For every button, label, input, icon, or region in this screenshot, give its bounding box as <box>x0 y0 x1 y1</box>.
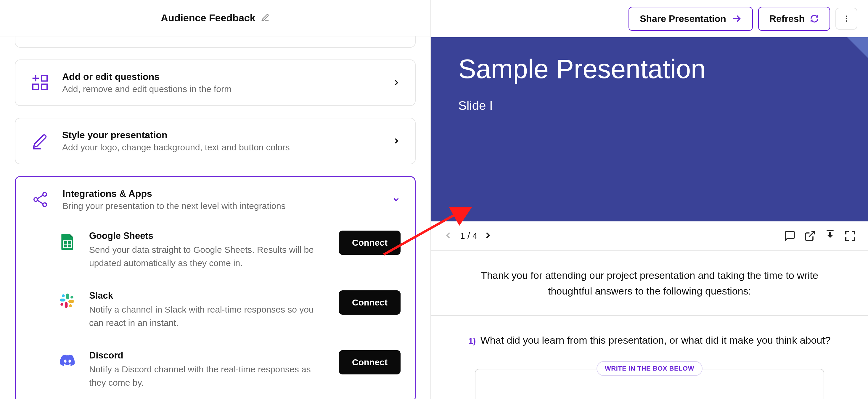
question-text: 1) What did you learn from this presenta… <box>467 332 833 348</box>
prev-slide-button[interactable] <box>443 230 455 242</box>
svg-point-21 <box>60 303 63 306</box>
slack-icon <box>58 292 78 312</box>
google-sheets-icon <box>58 232 78 252</box>
svg-line-10 <box>37 201 43 204</box>
svg-rect-15 <box>68 300 74 303</box>
more-menu-button[interactable] <box>835 8 857 30</box>
share-icon <box>30 191 51 208</box>
svg-rect-14 <box>66 294 69 299</box>
download-icon[interactable] <box>824 230 836 242</box>
card-subtitle: Add your logo, change background, text a… <box>62 142 380 152</box>
svg-line-25 <box>809 232 814 237</box>
svg-point-22 <box>846 16 847 17</box>
slide-subtitle: Slide I <box>458 98 841 113</box>
svg-rect-2 <box>41 84 47 90</box>
connect-google-sheets-button[interactable]: Connect <box>339 231 401 255</box>
integration-desc: Send your data straight to Google Sheets… <box>89 243 322 270</box>
grid-plus-icon <box>30 73 50 92</box>
folded-corner-icon <box>847 37 868 58</box>
integration-discord: Discord Notify a Discord channel with th… <box>30 342 401 399</box>
question-number: 1) <box>468 336 476 345</box>
left-header: Audience Feedback <box>0 0 430 36</box>
integrations-card: Integrations & Apps Bring your presentat… <box>15 176 416 399</box>
svg-rect-16 <box>65 302 68 308</box>
more-vertical-icon <box>842 14 850 23</box>
card-title: Integrations & Apps <box>62 188 380 199</box>
pencil-underline-icon <box>30 131 50 150</box>
slide-preview: Sample Presentation Slide I <box>431 37 868 221</box>
slide-controls-bar: 1 / 4 <box>431 221 868 251</box>
svg-point-6 <box>34 198 38 202</box>
integration-slack: Slack Notify a channel in Slack with rea… <box>30 282 401 342</box>
svg-point-7 <box>43 193 47 196</box>
integration-name: Slack <box>89 290 322 301</box>
svg-point-20 <box>69 304 72 307</box>
card-title: Add or edit questions <box>62 71 380 82</box>
integration-google-sheets: Google Sheets Send your data straight to… <box>30 222 401 282</box>
style-presentation-card[interactable]: Style your presentation Add your logo, c… <box>15 118 416 164</box>
card-subtitle: Add, remove and edit questions in the fo… <box>62 84 380 94</box>
svg-rect-0 <box>41 75 47 81</box>
integration-name: Discord <box>89 350 322 361</box>
refresh-label: Refresh <box>769 13 805 24</box>
pencil-icon[interactable] <box>261 13 270 22</box>
refresh-button[interactable]: Refresh <box>758 7 830 31</box>
integrations-card-header[interactable]: Integrations & Apps Bring your presentat… <box>30 188 401 211</box>
chevron-down-icon <box>392 195 401 204</box>
open-external-icon[interactable] <box>804 230 816 242</box>
page-title: Audience Feedback <box>161 12 255 24</box>
next-slide-button[interactable] <box>483 230 494 242</box>
chevron-right-icon <box>392 78 401 87</box>
add-edit-questions-card[interactable]: Add or edit questions Add, remove and ed… <box>15 60 416 106</box>
refresh-icon <box>810 14 819 23</box>
integration-desc: Notify a channel in Slack with real-time… <box>89 303 322 330</box>
svg-rect-1 <box>33 84 38 90</box>
integration-name: Google Sheets <box>89 231 322 241</box>
question-1: 1) What did you learn from this presenta… <box>431 316 868 399</box>
form-body: Thank you for attending our project pres… <box>431 251 868 399</box>
svg-rect-17 <box>60 299 65 302</box>
svg-point-23 <box>846 18 847 20</box>
write-hint-badge: WRITE IN THE BOX BELOW <box>596 361 703 376</box>
comment-icon[interactable] <box>784 230 796 242</box>
integration-desc: Notify a Discord channel with the real-t… <box>89 363 322 389</box>
connect-slack-button[interactable]: Connect <box>339 290 401 315</box>
svg-point-19 <box>70 296 73 299</box>
svg-point-8 <box>43 203 47 207</box>
svg-point-18 <box>62 294 65 297</box>
fullscreen-icon[interactable] <box>844 230 856 242</box>
svg-point-24 <box>846 21 847 22</box>
slide-title: Sample Presentation <box>458 54 841 84</box>
question-body: What did you learn from this presentatio… <box>480 335 831 346</box>
card-subtitle: Bring your presentation to the next leve… <box>62 201 380 211</box>
collapsed-card-stub <box>15 36 416 48</box>
discord-icon <box>58 352 78 371</box>
send-icon <box>732 13 742 24</box>
share-presentation-button[interactable]: Share Presentation <box>628 7 753 31</box>
slide-counter: 1 / 4 <box>460 231 477 241</box>
form-intro: Thank you for attending our project pres… <box>431 251 868 316</box>
card-title: Style your presentation <box>62 130 380 141</box>
right-header: Share Presentation Refresh <box>431 0 868 37</box>
share-label: Share Presentation <box>640 13 726 24</box>
connect-discord-button[interactable]: Connect <box>339 350 401 374</box>
chevron-right-icon <box>392 136 401 145</box>
svg-line-9 <box>37 195 43 199</box>
